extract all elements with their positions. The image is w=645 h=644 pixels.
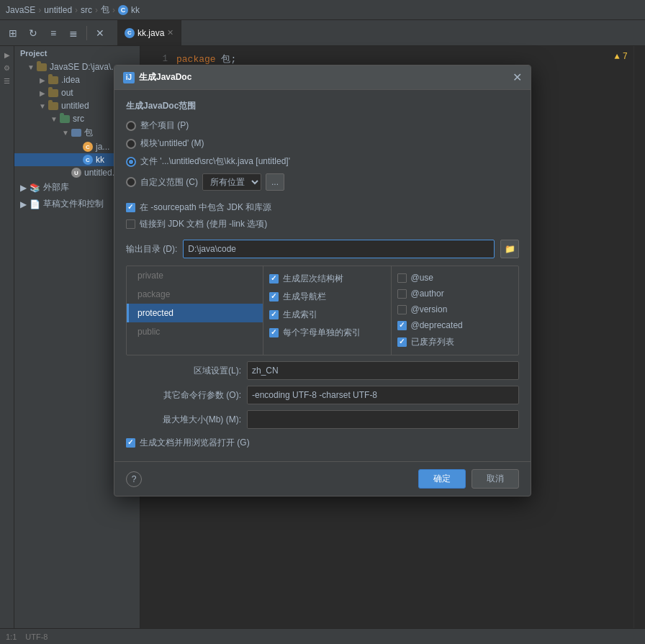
cb-deprecated-list-box <box>397 337 407 347</box>
radio-whole-project-circle <box>126 121 136 131</box>
dialog-overlay: iJ 生成JavaDoc ✕ 生成JavaDoc范围 整个项目 (P) 模块'u… <box>0 0 645 644</box>
scope-list: private package protected public <box>127 266 263 355</box>
cancel-button[interactable]: 取消 <box>472 469 519 489</box>
params-row: 其它命令行参数 (O): <box>126 386 519 404</box>
output-input[interactable] <box>183 240 495 258</box>
heap-input[interactable] <box>247 410 519 429</box>
confirm-button[interactable]: 确定 <box>418 469 466 489</box>
dialog-footer: ? 确定 取消 <box>114 461 531 496</box>
cb-hierarchy-box <box>269 274 279 284</box>
dialog-title-icon: iJ <box>123 72 135 83</box>
checkbox-link-label: 链接到 JDK 文档 (使用 -link 选项) <box>140 218 267 230</box>
cb-version[interactable]: @version <box>397 302 513 317</box>
params-label: 其它命令行参数 (O): <box>126 389 241 402</box>
checkboxes-left-col: 生成层次结构树 生成导航栏 生成索引 <box>263 266 392 355</box>
checkbox-sourcepath[interactable]: 在 -sourcepath 中包含 JDK 和库源 <box>126 199 519 216</box>
checkboxes-panel: 生成层次结构树 生成导航栏 生成索引 <box>263 266 518 355</box>
cb-author-label: @author <box>411 289 444 299</box>
output-browse-btn[interactable]: 📁 <box>500 240 519 258</box>
radio-custom-label: 自定义范围 (C) <box>140 176 198 189</box>
cb-open-browser[interactable]: 生成文档并用浏览器打开 (G) <box>126 435 519 451</box>
radio-file[interactable]: 文件 '...\untitled\src\包\kk.java [untitled… <box>126 154 519 169</box>
footer-left: ? <box>126 471 142 487</box>
cb-author-box <box>397 289 407 299</box>
cb-open-browser-label: 生成文档并用浏览器打开 (G) <box>140 437 250 449</box>
radio-file-circle <box>126 157 136 167</box>
locale-input[interactable] <box>247 361 519 380</box>
radio-custom[interactable]: 自定义范围 (C) 所有位置 ... <box>126 172 519 192</box>
scope-section-label: 生成JavaDoc范围 <box>126 100 519 112</box>
radio-file-label: 文件 '...\untitled\src\包\kk.java [untitled… <box>140 155 290 168</box>
heap-label: 最大堆大小(Mb) (M): <box>126 414 241 426</box>
cb-open-browser-box <box>126 438 135 448</box>
output-label: 输出目录 (D): <box>126 243 177 255</box>
dialog-close-btn[interactable]: ✕ <box>513 72 522 83</box>
dialog-title-bar: iJ 生成JavaDoc ✕ <box>114 65 531 90</box>
cb-use-box <box>397 273 407 283</box>
cb-index-label: 生成索引 <box>283 309 317 321</box>
cb-navbar[interactable]: 生成导航栏 <box>269 289 385 305</box>
cb-version-label: @version <box>411 304 448 314</box>
scope-panel: private package protected public <box>127 266 263 355</box>
cb-version-box <box>397 305 407 314</box>
radio-module-circle <box>126 139 136 149</box>
scope-package[interactable]: package <box>127 285 263 304</box>
params-input[interactable] <box>247 386 519 404</box>
heap-row: 最大堆大小(Mb) (M): <box>126 410 519 429</box>
scope-private[interactable]: private <box>127 266 263 285</box>
checkbox-link[interactable]: 链接到 JDK 文档 (使用 -link 选项) <box>126 216 519 232</box>
cb-deprecated-list[interactable]: 已废弃列表 <box>397 334 513 350</box>
radio-module-label: 模块'untitled' (M) <box>140 137 204 150</box>
scope-protected[interactable]: protected <box>127 304 263 322</box>
help-button[interactable]: ? <box>126 471 142 487</box>
dialog-title-left: iJ 生成JavaDoc <box>123 71 191 83</box>
cb-deprecated-label: @deprecated <box>411 320 463 330</box>
cb-per-letter-label: 每个字母单独的索引 <box>283 327 361 339</box>
cb-index[interactable]: 生成索引 <box>269 307 385 323</box>
cb-navbar-label: 生成导航栏 <box>283 291 326 303</box>
checkboxes-right-col: @use @author @version <box>392 266 519 355</box>
browse-folder-icon: 📁 <box>505 244 515 254</box>
radio-module[interactable]: 模块'untitled' (M) <box>126 136 519 151</box>
cb-navbar-box <box>269 292 279 301</box>
cb-per-letter-index[interactable]: 每个字母单独的索引 <box>269 325 385 341</box>
cb-index-box <box>269 310 279 319</box>
cb-use[interactable]: @use <box>397 271 513 285</box>
radio-whole-project[interactable]: 整个项目 (P) <box>126 118 519 133</box>
checkbox-link-box <box>126 219 135 229</box>
checkbox-sourcepath-label: 在 -sourcepath 中包含 JDK 和库源 <box>140 201 271 214</box>
dialog-title: 生成JavaDoc <box>139 71 191 83</box>
scope-browse-btn[interactable]: ... <box>266 173 284 191</box>
cb-deprecated[interactable]: @deprecated <box>397 318 513 332</box>
dialog-body: 生成JavaDoc范围 整个项目 (P) 模块'untitled' (M) 文件… <box>114 90 531 461</box>
locale-row: 区域设置(L): <box>126 361 519 380</box>
output-row: 输出目录 (D): 📁 <box>126 240 519 258</box>
options-panel: private package protected public 生成层次结构树 <box>126 266 519 355</box>
custom-row: 自定义范围 (C) 所有位置 ... <box>140 173 284 191</box>
generate-javadoc-dialog: iJ 生成JavaDoc ✕ 生成JavaDoc范围 整个项目 (P) 模块'u… <box>114 65 531 496</box>
radio-custom-circle <box>126 177 136 187</box>
cb-per-letter-box <box>269 328 279 337</box>
footer-right: 确定 取消 <box>418 469 519 489</box>
cb-use-label: @use <box>411 273 434 283</box>
cb-deprecated-box <box>397 321 407 330</box>
locale-label: 区域设置(L): <box>126 365 241 377</box>
scope-select[interactable]: 所有位置 <box>202 173 261 191</box>
cb-deprecated-list-label: 已废弃列表 <box>411 336 454 348</box>
radio-whole-project-label: 整个项目 (P) <box>140 119 189 132</box>
radio-group-scope: 整个项目 (P) 模块'untitled' (M) 文件 '...\untitl… <box>126 118 519 192</box>
cb-hierarchy[interactable]: 生成层次结构树 <box>269 271 385 287</box>
checkbox-sourcepath-box <box>126 203 135 212</box>
scope-public[interactable]: public <box>127 322 263 341</box>
cb-hierarchy-label: 生成层次结构树 <box>283 273 343 285</box>
cb-author[interactable]: @author <box>397 286 513 301</box>
